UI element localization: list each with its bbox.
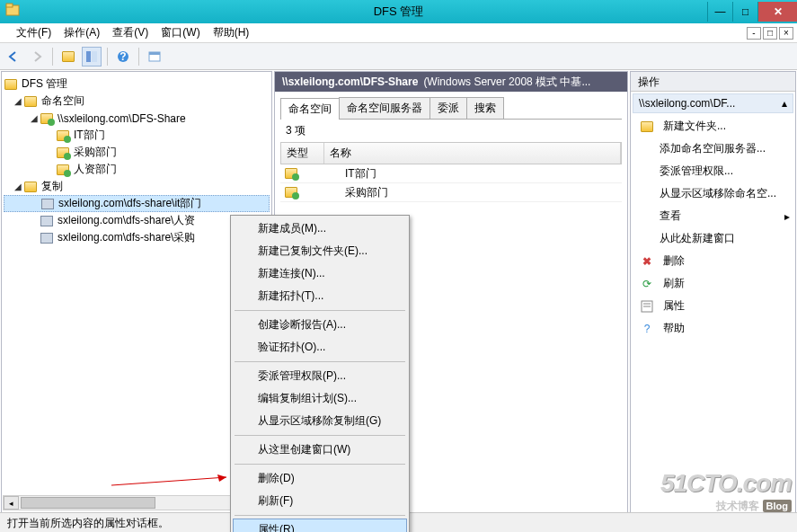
ctx-remove-group[interactable]: 从显示区域移除复制组(G) — [233, 410, 407, 432]
col-name[interactable]: 名称 — [324, 143, 621, 164]
tab-namespace[interactable]: 命名空间 — [280, 98, 340, 120]
back-button[interactable] — [4, 47, 23, 66]
tree-nspath[interactable]: ◢ \\sxleilong.com\DFS-Share — [4, 110, 270, 127]
menubar: 文件(F) 操作(A) 查看(V) 窗口(W) 帮助(H) - □ × — [0, 23, 797, 43]
mdi-minimize-button[interactable]: - — [747, 27, 761, 40]
dfs-icon — [4, 77, 18, 92]
up-button[interactable] — [58, 47, 78, 66]
ctx-diag-report[interactable]: 创建诊断报告(A)... — [233, 314, 407, 336]
detail-subtitle: (Windows Server 2008 模式 中基... — [423, 75, 590, 90]
tree-ns-child[interactable]: 人资部门 — [4, 161, 270, 178]
tree-ns-child[interactable]: 采购部门 — [4, 144, 270, 161]
expand-icon[interactable]: ◢ — [13, 182, 23, 191]
ctx-properties[interactable]: 属性(R) — [233, 519, 407, 532]
action-new-window[interactable]: 从此处新建窗口 — [631, 227, 795, 250]
expand-icon[interactable]: ◢ — [29, 113, 40, 123]
tab-ns-servers[interactable]: 命名空间服务器 — [339, 97, 430, 119]
action-new-folder[interactable]: 新建文件夹... — [631, 115, 795, 137]
menu-action[interactable]: 操作(A) — [64, 25, 100, 40]
refresh-icon: ⟳ — [640, 277, 654, 291]
ctx-new-topology[interactable]: 新建拓扑(T)... — [233, 285, 407, 307]
actions-group-title[interactable]: \\sxleilong.com\DF... ▴ — [633, 93, 793, 113]
detail-header: \\sxleilong.com\DFS-Share (Windows Serve… — [275, 72, 627, 92]
tree-ns-child[interactable]: IT部门 — [4, 127, 270, 144]
expand-icon[interactable]: ◢ — [13, 96, 23, 106]
ctx-refresh[interactable]: 刷新(F) — [233, 490, 407, 512]
share-icon — [40, 111, 54, 126]
action-properties[interactable]: 属性 — [631, 295, 795, 317]
tree-replication-label: 复制 — [41, 179, 63, 194]
ctx-edit-schedule[interactable]: 编辑复制组计划(S)... — [233, 387, 407, 410]
chevron-right-icon: ▸ — [784, 210, 790, 223]
chevron-up-icon: ▴ — [782, 97, 787, 110]
folder-icon — [284, 185, 298, 200]
tree-replication[interactable]: ◢ 复制 — [4, 178, 270, 195]
titlebar: DFS 管理 — □ ✕ — [0, 0, 797, 23]
tree-root-label: DFS 管理 — [22, 76, 67, 92]
app-icon — [5, 3, 23, 21]
menu-window[interactable]: 窗口(W) — [161, 25, 199, 40]
scroll-thumb[interactable] — [21, 497, 155, 509]
tree-rep-child-selected[interactable]: sxleilong.com\dfs-share\it部门 — [4, 195, 270, 212]
svg-rect-7 — [149, 52, 160, 55]
grid-row[interactable]: IT部门 — [280, 164, 622, 183]
tree-namespace-label: 命名空间 — [41, 93, 84, 109]
tab-search[interactable]: 搜索 — [466, 97, 504, 119]
folder-icon — [56, 163, 70, 177]
show-hide-tree-button[interactable] — [82, 47, 102, 66]
replication-icon — [23, 180, 38, 194]
context-menu: 新建成员(M)... 新建已复制文件夹(E)... 新建连接(N)... 新建拓… — [230, 215, 410, 532]
repgroup-icon — [40, 197, 55, 211]
svg-rect-1 — [6, 4, 13, 7]
grid-row[interactable]: 采购部门 — [280, 183, 622, 202]
forward-button[interactable] — [27, 47, 47, 66]
help-button[interactable]: ? — [113, 47, 133, 66]
menu-help[interactable]: 帮助(H) — [213, 25, 250, 40]
ctx-new-window[interactable]: 从这里创建窗口(W) — [233, 439, 407, 461]
ctx-new-rep-folder[interactable]: 新建已复制文件夹(E)... — [233, 240, 407, 262]
mdi-close-button[interactable]: × — [779, 27, 793, 40]
ctx-verify-topology[interactable]: 验证拓扑(O)... — [233, 336, 407, 359]
delete-icon: ✖ — [640, 254, 654, 269]
folder-icon — [284, 166, 298, 181]
action-remove-from-display[interactable]: 从显示区域移除命名空... — [631, 182, 795, 205]
window-title: DFS 管理 — [374, 4, 424, 20]
detail-tabs: 命名空间 命名空间服务器 委派 搜索 — [280, 97, 622, 120]
menu-file[interactable]: 文件(F) — [16, 25, 51, 40]
ctx-new-member[interactable]: 新建成员(M)... — [233, 217, 407, 240]
tree-root[interactable]: DFS 管理 — [4, 75, 270, 93]
tab-delegation[interactable]: 委派 — [429, 97, 467, 119]
action-add-ns-server[interactable]: 添加命名空间服务器... — [631, 137, 795, 160]
actions-pane: 操作 \\sxleilong.com\DF... ▴ 新建文件夹... 添加命名… — [630, 71, 796, 514]
ctx-delete[interactable]: 删除(D) — [233, 467, 407, 490]
close-button[interactable]: ✕ — [757, 2, 797, 22]
detail-path: \\sxleilong.com\DFS-Share — [282, 75, 418, 88]
scroll-left-button[interactable]: ◂ — [4, 496, 19, 510]
ctx-delegate[interactable]: 委派管理权限(P)... — [233, 365, 407, 387]
maximize-button[interactable]: □ — [732, 2, 757, 22]
action-delegate[interactable]: 委派管理权限... — [631, 160, 795, 182]
help-icon: ? — [640, 322, 654, 336]
tree-nspath-label: \\sxleilong.com\DFS-Share — [58, 112, 186, 125]
action-delete[interactable]: ✖删除 — [631, 250, 795, 272]
properties-icon — [640, 299, 654, 314]
action-view[interactable]: 查看▸ — [631, 205, 795, 227]
mdi-restore-button[interactable]: □ — [763, 27, 777, 40]
menu-view[interactable]: 查看(V) — [112, 25, 148, 40]
action-help[interactable]: ?帮助 — [631, 317, 795, 340]
svg-rect-2 — [86, 51, 91, 62]
repgroup-icon — [40, 214, 54, 228]
view-button[interactable] — [145, 47, 164, 66]
action-refresh[interactable]: ⟳刷新 — [631, 272, 795, 295]
toolbar: ? — [0, 43, 797, 70]
repgroup-icon — [40, 231, 54, 245]
item-count: 3 项 — [280, 120, 622, 142]
minimize-button[interactable]: — — [707, 2, 732, 22]
grid-header: 类型 名称 — [280, 142, 622, 164]
new-folder-icon — [640, 120, 654, 134]
ctx-new-connection[interactable]: 新建连接(N)... — [233, 262, 407, 285]
folder-icon — [56, 146, 70, 160]
svg-rect-3 — [92, 51, 97, 62]
col-type[interactable]: 类型 — [281, 143, 324, 164]
tree-namespace[interactable]: ◢ 命名空间 — [4, 93, 270, 110]
